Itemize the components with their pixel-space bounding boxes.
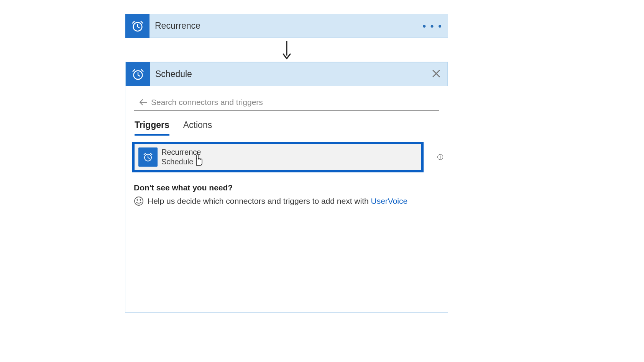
tab-triggers[interactable]: Triggers [135, 120, 169, 136]
recurrence-card-title: Recurrence [150, 21, 200, 31]
info-icon[interactable]: i [437, 154, 443, 160]
help-heading: Don't see what you need? [134, 183, 439, 192]
schedule-card-title: Schedule [150, 69, 192, 79]
more-menu-button[interactable]: • • • [422, 21, 442, 31]
uservoice-link[interactable]: UserVoice [371, 197, 408, 205]
schedule-card-header: Schedule [125, 62, 448, 86]
trigger-item-title: Recurrence [161, 147, 201, 157]
clock-icon [125, 14, 150, 38]
trigger-item-subtitle: Schedule [161, 157, 201, 167]
svg-point-7 [135, 197, 143, 205]
trigger-item-texts: Recurrence Schedule [158, 147, 201, 167]
back-arrow-button[interactable] [137, 97, 149, 108]
svg-point-9 [140, 200, 141, 201]
clock-icon [126, 62, 150, 86]
trigger-item-recurrence[interactable]: Recurrence Schedule [132, 142, 424, 172]
clock-icon [138, 147, 158, 167]
search-input[interactable] [149, 98, 436, 107]
help-block: Don't see what you need? Help us decide … [134, 183, 439, 206]
help-text-prefix: Help us decide which connectors and trig… [148, 197, 371, 205]
svg-point-8 [137, 200, 138, 201]
logic-app-designer-canvas: Recurrence • • • Schedule [125, 14, 448, 313]
schedule-picker-card: Schedule Trigge [125, 62, 448, 313]
trigger-item-wrap: Recurrence Schedule i [132, 142, 439, 172]
help-text: Help us decide which connectors and trig… [148, 197, 407, 206]
smiley-icon [134, 196, 144, 206]
search-row [134, 94, 439, 111]
schedule-card-body: Triggers Actions Recurrence [125, 86, 448, 312]
tabs-row: Triggers Actions [134, 120, 439, 136]
help-row: Help us decide which connectors and trig… [134, 196, 439, 206]
flow-arrow-connector [125, 38, 448, 62]
recurrence-step-card[interactable]: Recurrence • • • [125, 14, 448, 38]
close-button[interactable] [431, 69, 441, 80]
tab-actions[interactable]: Actions [183, 120, 212, 136]
